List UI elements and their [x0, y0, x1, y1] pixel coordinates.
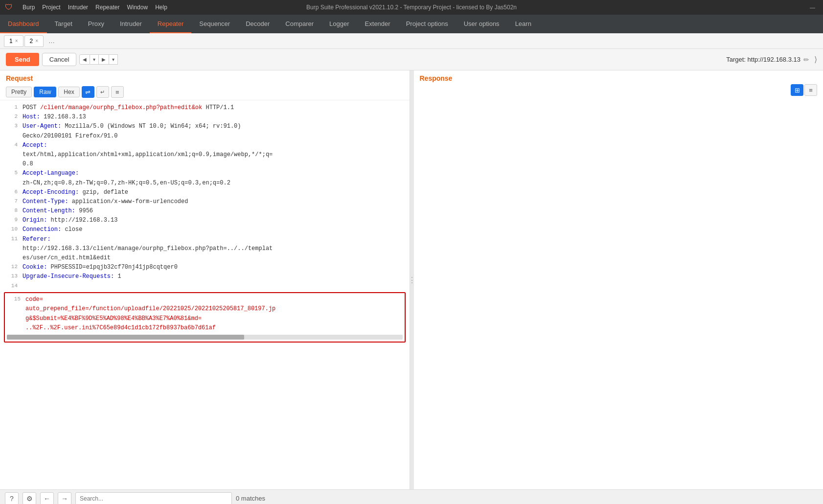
- newline-icon[interactable]: ↵: [96, 86, 109, 98]
- nav-back-drop-button[interactable]: ▾: [90, 54, 99, 65]
- settings-button[interactable]: ⚙: [23, 492, 36, 504]
- tab-target[interactable]: Target: [47, 15, 80, 33]
- panel-divider[interactable]: [410, 70, 414, 489]
- request-line-7: 7 Content-Type: application/x-www-form-u…: [0, 197, 410, 206]
- request-line-10: 10 Connection: close: [0, 225, 410, 234]
- menu-project[interactable]: Project: [42, 4, 60, 11]
- nav-forward-drop-button[interactable]: ▾: [109, 54, 118, 65]
- send-button[interactable]: Send: [6, 53, 39, 66]
- repeater-tabs: 1 × 2 × …: [0, 33, 823, 49]
- request-line-14: 14: [0, 282, 410, 291]
- request-line-2: 2 Host: 192.168.3.13: [0, 113, 410, 122]
- scroll-icon: ⟩: [814, 55, 817, 64]
- menu-burp[interactable]: Burp: [23, 4, 35, 11]
- format-icon[interactable]: ⇌: [82, 86, 94, 98]
- request-line-5b: zh-CN,zh;q=0.8,zh-TW;q=0.7,zh-HK;q=0.5,e…: [0, 179, 410, 188]
- burp-logo: 🛡: [5, 3, 13, 12]
- request-line-15: 15 code= auto_prepend_file=/function/upl…: [7, 295, 403, 333]
- edit-target-icon[interactable]: ✏: [803, 56, 809, 64]
- tab-comparer[interactable]: Comparer: [277, 15, 321, 33]
- menu-repeater[interactable]: Repeater: [95, 4, 119, 11]
- response-body: [414, 84, 823, 489]
- response-list-view[interactable]: ≡: [804, 84, 817, 96]
- request-panel: Request Pretty Raw Hex ⇌ ↵ ≡ 1 POST /cli…: [0, 70, 410, 489]
- nav-forward-button[interactable]: ▶: [99, 54, 109, 65]
- repeater-tab-1[interactable]: 1 ×: [4, 35, 23, 47]
- toolbar: Send Cancel ◀ ▾ ▶ ▾ Target: http://192.1…: [0, 49, 823, 70]
- response-panel: Response ⊞ ≡: [414, 70, 823, 489]
- forward-button[interactable]: →: [58, 492, 71, 504]
- request-line-4: 4 Accept:: [0, 141, 410, 150]
- response-split-view[interactable]: ⊞: [791, 84, 803, 96]
- menu-window[interactable]: Window: [127, 4, 148, 11]
- raw-button[interactable]: Raw: [34, 87, 56, 97]
- title-bar: 🛡 Burp Project Intruder Repeater Window …: [0, 0, 823, 15]
- request-line-8: 8 Content-Length: 9956: [0, 206, 410, 216]
- menu-intruder[interactable]: Intruder: [68, 4, 88, 11]
- tab-decoder[interactable]: Decoder: [238, 15, 277, 33]
- request-body[interactable]: 1 POST /client/manage/ourphp_filebox.php…: [0, 100, 410, 489]
- back-button[interactable]: ←: [40, 492, 54, 504]
- cancel-button[interactable]: Cancel: [42, 53, 76, 66]
- tab-extender[interactable]: Extender: [357, 15, 398, 33]
- response-title: Response: [420, 74, 453, 82]
- request-line-6: 6 Accept-Encoding: gzip, deflate: [0, 188, 410, 197]
- nav-back-button[interactable]: ◀: [79, 54, 90, 65]
- request-line-9: 9 Origin: http://192.168.3.13: [0, 216, 410, 225]
- nav-arrows: ◀ ▾ ▶ ▾: [79, 54, 118, 65]
- tab-project-options[interactable]: Project options: [398, 15, 456, 33]
- nav-tabs: Dashboard Target Proxy Intruder Repeater…: [0, 15, 823, 33]
- tab-1-label: 1: [9, 38, 13, 45]
- tab-1-close[interactable]: ×: [15, 38, 18, 44]
- matches-count: 0 matches: [236, 495, 265, 502]
- request-line-3b: Gecko/20100101 Firefox/91.0: [0, 132, 410, 141]
- request-line-11b: http://192.168.3.13/client/manage/ourphp…: [0, 244, 410, 253]
- hex-button[interactable]: Hex: [58, 87, 79, 97]
- bottom-bar: ? ⚙ ← → 0 matches: [0, 489, 823, 504]
- request-line-4b: text/html,application/xhtml+xml,applicat…: [0, 150, 410, 160]
- response-panel-header: Response: [414, 70, 823, 84]
- tab-intruder[interactable]: Intruder: [112, 15, 150, 33]
- target-label: Target: http://192.168.3.13: [726, 56, 800, 63]
- request-panel-header: Request: [0, 70, 410, 84]
- tab-user-options[interactable]: User options: [456, 15, 507, 33]
- request-line-5: 5 Accept-Language:: [0, 169, 410, 178]
- request-line-12: 12 Cookie: PHPSESSID=e1pqjb32cf70nj41jp8…: [0, 263, 410, 272]
- menu-bar: Burp Project Intruder Repeater Window He…: [23, 4, 167, 11]
- repeater-tab-2[interactable]: 2 ×: [24, 35, 44, 47]
- request-line-11: 11 Referer:: [0, 235, 410, 244]
- menu-icon[interactable]: ≡: [111, 86, 124, 98]
- menu-help[interactable]: Help: [155, 4, 167, 11]
- app-title: Burp Suite Professional v2021.10.2 - Tem…: [306, 4, 517, 11]
- request-line-4c: 0.8: [0, 160, 410, 169]
- tab-2-label: 2: [30, 38, 33, 45]
- repeater-tab-more[interactable]: …: [45, 35, 59, 46]
- request-line-15-wrapper: 15 code= auto_prepend_file=/function/upl…: [4, 292, 406, 343]
- request-title: Request: [6, 74, 33, 82]
- tab-repeater[interactable]: Repeater: [150, 15, 191, 33]
- target-info: Target: http://192.168.3.13 ✏ ⟩: [726, 55, 817, 64]
- tab-learn[interactable]: Learn: [507, 15, 539, 33]
- request-line-3: 3 User-Agent: Mozilla/5.0 (Windows NT 10…: [0, 122, 410, 131]
- pretty-button[interactable]: Pretty: [6, 87, 32, 97]
- tab-proxy[interactable]: Proxy: [80, 15, 112, 33]
- request-toolbar: Pretty Raw Hex ⇌ ↵ ≡: [0, 84, 410, 100]
- search-input[interactable]: [75, 492, 232, 504]
- response-view-toggle: ⊞ ≡: [791, 84, 817, 96]
- tab-logger[interactable]: Logger: [321, 15, 357, 33]
- tab-dashboard[interactable]: Dashboard: [0, 15, 47, 33]
- minimize-button[interactable]: —: [807, 3, 818, 11]
- request-line-1: 1 POST /client/manage/ourphp_filebox.php…: [0, 103, 410, 113]
- tab-2-close[interactable]: ×: [35, 38, 38, 44]
- help-button[interactable]: ?: [5, 492, 19, 504]
- main-content: Request Pretty Raw Hex ⇌ ↵ ≡ 1 POST /cli…: [0, 70, 823, 489]
- tab-sequencer[interactable]: Sequencer: [191, 15, 238, 33]
- request-line-13: 13 Upgrade-Insecure-Requests: 1: [0, 272, 410, 281]
- request-line-11c: es/user/cn_edit.html&edit: [0, 253, 410, 263]
